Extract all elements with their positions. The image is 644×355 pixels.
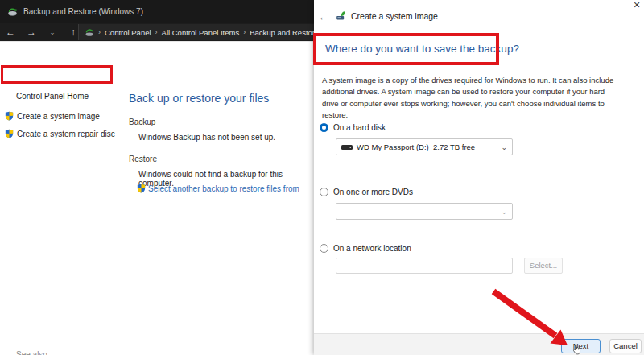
chevron-down-icon: ⌄	[501, 143, 507, 151]
breadcrumb-location-icon	[85, 27, 94, 37]
radio-unselected-icon[interactable]	[320, 188, 328, 196]
nav-forward-icon[interactable]: →	[21, 27, 42, 38]
address-bar[interactable]: › Control Panel › All Control Panel Item…	[78, 24, 314, 40]
dialog-back-icon[interactable]: ←	[319, 11, 328, 23]
sidebar-item-create-system-image[interactable]: Create a system image	[5, 111, 100, 121]
backup-restore-app-icon	[7, 6, 18, 17]
radio-on-network[interactable]: On a network location	[320, 244, 411, 253]
dialog-description: A system image is a copy of the drives r…	[322, 75, 621, 121]
restore-section-label: Restore	[129, 155, 157, 163]
section-divider	[162, 159, 311, 159]
chevron-down-icon: ⌄	[501, 208, 507, 216]
backup-restore-window: Backup and Restore (Windows 7) ← → ⌄ ↑ ›…	[0, 0, 314, 355]
control-panel-content: Control Panel Home Create a system image…	[0, 42, 314, 349]
screen: Backup and Restore (Windows 7) ← → ⌄ ↑ ›…	[0, 0, 644, 355]
radio-label: On a network location	[333, 244, 411, 253]
breadcrumb-all-items[interactable]: All Control Panel Items	[162, 28, 240, 37]
hard-disk-dropdown-value: WD My Passport (D:) 2.72 TB free	[357, 142, 497, 151]
select-button[interactable]: Select...	[524, 258, 563, 274]
radio-unselected-icon[interactable]	[320, 244, 328, 253]
close-icon[interactable]: ✕	[630, 0, 643, 13]
dialog-header: Create a system image	[336, 10, 438, 21]
radio-label: On one or more DVDs	[333, 188, 413, 196]
see-also-label: See also	[16, 350, 47, 355]
uac-shield-icon	[5, 111, 14, 121]
dialog-title: Create a system image	[351, 11, 438, 21]
dvd-dropdown[interactable]: ⌄	[336, 203, 513, 220]
radio-selected-icon[interactable]	[320, 123, 328, 132]
breadcrumb-separator-icon: ›	[155, 28, 158, 36]
nav-back-icon[interactable]: ←	[0, 27, 21, 38]
network-location-input[interactable]	[336, 258, 513, 274]
breadcrumb-backup-restore[interactable]: Backup and Restore (W	[250, 28, 314, 37]
restore-section-header: Restore	[129, 155, 311, 163]
hard-drive-icon	[341, 144, 353, 151]
radio-on-dvds[interactable]: On one or more DVDs	[320, 188, 413, 196]
breadcrumb-control-panel[interactable]: Control Panel	[105, 28, 151, 37]
backup-status-text: Windows Backup has not been set up.	[138, 133, 275, 142]
uac-shield-icon	[5, 129, 14, 138]
uac-shield-icon	[137, 184, 146, 193]
sidebar-item-control-panel-home[interactable]: Control Panel Home	[16, 92, 89, 101]
backup-section-header: Backup	[129, 118, 311, 126]
section-divider	[160, 122, 311, 122]
sidebar-item-label: Create a system image	[17, 112, 100, 121]
hard-disk-dropdown[interactable]: WD My Passport (D:) 2.72 TB free ⌄	[336, 138, 513, 155]
next-button[interactable]: Next	[561, 339, 601, 353]
sidebar-item-create-repair-disc[interactable]: Create a system repair disc	[5, 129, 115, 138]
page-title: Back up or restore your files	[129, 92, 269, 105]
radio-on-hard-disk[interactable]: On a hard disk	[320, 123, 386, 132]
backup-section-label: Backup	[129, 118, 155, 126]
breadcrumb-separator-icon: ›	[98, 28, 101, 36]
cancel-button[interactable]: Cancel	[609, 339, 642, 353]
nav-recent-pages-icon[interactable]: ⌄	[42, 28, 63, 36]
select-another-backup-label: Select another backup to restore files f…	[148, 184, 299, 193]
radio-label: On a hard disk	[333, 123, 386, 132]
window-title: Backup and Restore (Windows 7)	[23, 7, 143, 16]
select-another-backup-link[interactable]: Select another backup to restore files f…	[137, 184, 299, 193]
title-bar: Backup and Restore (Windows 7)	[0, 0, 314, 23]
breadcrumb-separator-icon: ›	[243, 28, 246, 36]
dialog-heading: Where do you want to save the backup?	[325, 43, 519, 55]
sidebar-item-label: Create a system repair disc	[17, 130, 115, 138]
system-image-icon	[336, 10, 346, 21]
